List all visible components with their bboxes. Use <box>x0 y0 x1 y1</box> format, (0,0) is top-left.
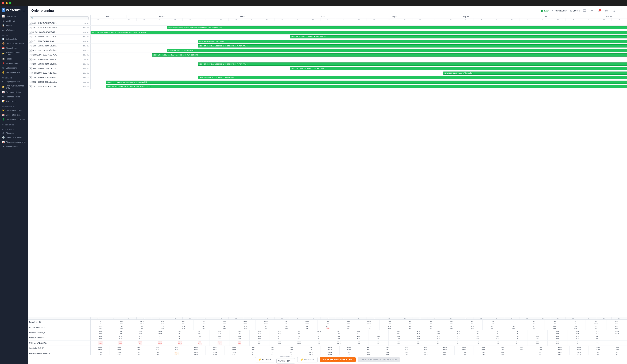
resource-week-header: 37 <box>428 317 443 319</box>
sidebar-item-business-trips[interactable]: ✈ Business trips <box>0 144 28 149</box>
gantt-bar[interactable]: #3298 STN KOVO s.r.o. 5004-03-02-00 STOH… <box>198 44 627 47</box>
sidebar-item-framework-sales[interactable]: 📁 Framework sales orders <box>0 50 28 56</box>
chat-button[interactable] <box>582 8 587 13</box>
sidebar-item-orders-prediction[interactable]: 📈 Orders prediction <box>0 90 28 94</box>
apply-changes-button[interactable]: APPLY CHANGES TO PRODUCTION <box>358 357 400 362</box>
gantt-bar[interactable]: #3383 REVTAPLAST G045-02-02-01-00 DĚROVÁ… <box>106 85 627 88</box>
sidebar-item-sales-orders[interactable]: 🛒 Sales orders <box>0 66 28 70</box>
sidebar-item-buying-price[interactable]: 🏷 Buying price lists <box>0 79 28 84</box>
resource-cell-value-top: 120 <box>409 320 411 322</box>
gantt-month-label: Jul 22 <box>287 15 359 18</box>
gantt-month-label: Sep 22 <box>430 15 502 18</box>
resource-cell-value-bottom: 123.3 <box>244 322 247 324</box>
sidebar-item-text-orders[interactable]: 📝 Text orders <box>0 99 28 103</box>
create-simulation-button[interactable]: ⊕ CREATE NEW SIMULATION <box>319 357 356 362</box>
gantt-bar[interactable]: #3382 PARAFETY 80 SK, s.r.o. 3080-15-00 … <box>106 81 627 84</box>
resource-cell-value-top: 150 <box>291 346 293 348</box>
expand-button[interactable]: + <box>29 76 32 79</box>
language-selector[interactable]: English <box>570 9 580 12</box>
resource-cell: 47.747.7 <box>190 335 210 340</box>
expand-button[interactable]: + <box>29 63 32 65</box>
simulate-button[interactable]: ⚡ SIMULATE <box>297 357 318 363</box>
row-label-text: 2428 - 02428 VT 12NC RDS Z... <box>32 36 82 38</box>
expand-button[interactable]: + <box>29 72 32 74</box>
resource-week-header: 22 <box>198 317 213 319</box>
sidebar-item-reports[interactable]: 📋 Reports <box>0 23 28 28</box>
sidebar-item-cooperation-price[interactable]: 💲 Cooperation price lists <box>0 117 28 122</box>
resource-cell-value-top: 142 <box>597 352 599 353</box>
resource-cell-value-top: 86.7 <box>533 325 535 327</box>
expand-button[interactable]: + <box>29 81 32 83</box>
gift-button[interactable] <box>589 8 594 13</box>
hamburger-button[interactable] <box>22 8 26 12</box>
expand-button[interactable]: + <box>29 36 32 38</box>
resource-cell: 241.4241.4 <box>378 346 397 351</box>
gantt-bar[interactable]: #3451 Schilttner Serverschutz Systeme Gm… <box>167 26 627 29</box>
gantt-search-input[interactable] <box>30 16 89 20</box>
notifications-button[interactable]: 1 <box>597 8 602 13</box>
close-dot[interactable] <box>2 2 4 4</box>
current-week-marker <box>198 39 198 44</box>
help-button[interactable]: ? <box>604 8 609 13</box>
expand-button[interactable]: + <box>29 49 32 52</box>
plan-select[interactable]: Current Plan <box>276 358 295 364</box>
resource-cell-value-top: 204.9 <box>213 352 217 353</box>
resource-cell: 156123.5 <box>190 341 210 346</box>
minimize-dot[interactable] <box>5 2 8 4</box>
gantt-week-label: 24 <box>228 18 244 21</box>
actions-button[interactable]: ⚡ ACTIONS <box>255 357 274 363</box>
resource-cell-value-top: 231.1 <box>271 352 274 353</box>
expand-button[interactable]: + <box>29 67 32 70</box>
resource-cell: 4040 <box>568 341 587 346</box>
resource-cell: 231.1231.1 <box>263 351 282 355</box>
resource-week-header: 19 <box>152 317 167 319</box>
resource-cell: 212.8170.3 <box>210 341 230 346</box>
sidebar-item-attendance-shifts[interactable]: 🕐 Attendance - shifts <box>0 135 28 140</box>
sidebar-item-project-orders[interactable]: 📌 Project orders <box>0 61 28 66</box>
gantt-row-bars: #3298 STN KOVO s.r.o. 5004-03-02-00 STOH… <box>91 44 627 48</box>
sidebar-item-dashboard[interactable]: ⊞ Dashboard <box>0 19 28 23</box>
sidebar-item-pallets[interactable]: 🔲 Pallets <box>0 56 28 61</box>
sidebar-item-deutsche-post[interactable]: 📦 Deutsche post orders <box>0 41 28 46</box>
expand-button[interactable]: + <box>29 45 32 47</box>
expand-button[interactable]: + <box>29 58 32 61</box>
expand-button[interactable]: + <box>29 22 32 25</box>
expand-button[interactable]: + <box>29 86 32 88</box>
search-button[interactable] <box>611 8 616 13</box>
gantt-bar[interactable]: #3259 LINCOLN Serverschutz s.r.o. 8066-0… <box>152 53 627 56</box>
maximize-dot[interactable] <box>9 2 11 4</box>
sidebar-item-framework-purchase[interactable]: 📁 Framework purchase ord... <box>0 84 28 90</box>
resource-cell-value-top: 122 <box>120 320 123 322</box>
gantt-bar[interactable]: #3299 STN KOVO s.r.o. 5004-03-02-00 STOH… <box>198 62 627 66</box>
expand-button[interactable]: + <box>29 27 32 29</box>
sidebar-item-workspace[interactable]: 🗂 Workspace <box>0 28 28 32</box>
expand-button[interactable]: + <box>29 31 32 34</box>
gantt-row-bars: #3299 STN KOVO s.r.o. 5004-03-02-00 STOH… <box>91 62 627 66</box>
sidebar-item-absences[interactable]: 🏖 Absences <box>0 131 28 135</box>
gantt-bar[interactable]: #3300 STN KOVO s.r.o. 3080-06-17 Hřídel … <box>198 76 627 79</box>
sidebar-item-delivery-bills[interactable]: 📄 Delivery bills <box>0 37 28 41</box>
gantt-bar[interactable]: #3251 3080-15-14-00 Kostka dělení <box>198 40 627 43</box>
resource-cell: 6767 <box>297 325 317 330</box>
sidebar-item-cooperation-orders[interactable]: 🤝 Cooperation orders <box>0 108 28 113</box>
gantt-bar[interactable]: #3315 LINCOLN Serverschutz s.r.o. TGN2-0… <box>91 31 627 34</box>
resource-week-header: 44 <box>535 317 550 319</box>
sidebar-item-purchase-orders[interactable]: 🛍 Purchase orders <box>0 94 28 99</box>
gantt-bar[interactable]: #2428 STN KOVO s.r.o. 02428 VT 12NC RDS … <box>290 35 627 39</box>
expand-button[interactable]: + <box>29 40 32 43</box>
expand-button[interactable]: + <box>29 54 32 56</box>
sidebar-item-cooperation-plan[interactable]: 📅 Cooperation plan <box>0 113 28 117</box>
sidebar-item-attendance-statements[interactable]: 📊 Attendance statements <box>0 140 28 144</box>
sidebar-item-dispatch-plan[interactable]: 📅 Dispatch plan <box>0 46 28 50</box>
logout-button[interactable] <box>619 8 624 13</box>
sidebar-item-daily-report[interactable]: 📊 Daily report <box>0 14 28 19</box>
gantt-bar[interactable]: #3413 0359-01-16 Stopka střižníku dělení <box>443 72 627 75</box>
resource-cell-value-top: 87.4 <box>368 325 370 327</box>
sidebar-item-selling-price[interactable]: 💰 Selling price lists <box>0 70 28 75</box>
resource-cell: 129.3123.3 <box>235 320 256 325</box>
resource-cell-value-bottom: 96 <box>430 322 432 324</box>
resource-cell-value-top: 180.6 <box>616 346 619 348</box>
gantt-bar[interactable]: #3453 SERVIS-BROUŠENÍ Broušení <box>167 49 627 52</box>
gantt-row-bars: #2868 Gie Oire S.A. 02868 VT 12NC RDS Z9… <box>91 66 627 71</box>
gantt-bar[interactable]: #2868 Gie Oire S.A. 02868 VT 12NC RDS Z9… <box>290 67 627 70</box>
